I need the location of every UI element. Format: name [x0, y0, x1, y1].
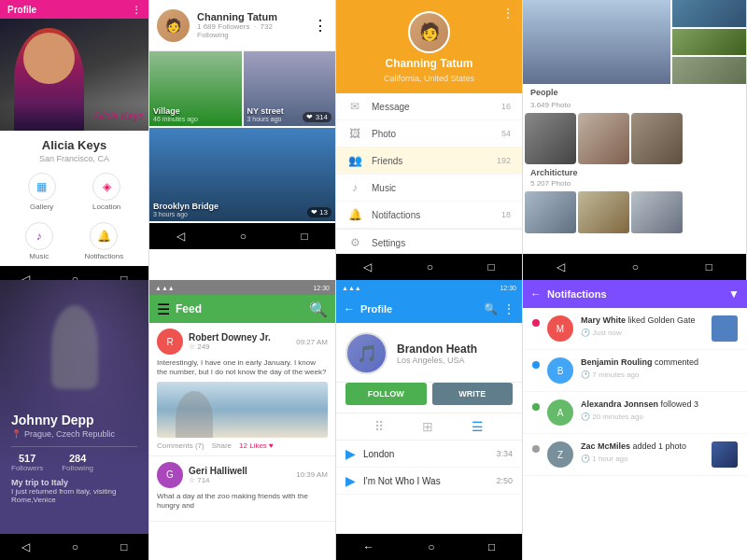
photo-icon: 🖼 [347, 127, 362, 140]
photo-brooklyn[interactable]: Brooklyn Bridge 3 hours ago ❤ 13 [149, 128, 335, 221]
channing-menu-header: 🧑 Channing Tatum California, United Stat… [336, 0, 522, 93]
thumb-3[interactable] [672, 57, 746, 84]
arch-thumb-2[interactable] [578, 191, 629, 233]
village-info: Village 46 minutes ago [153, 106, 198, 122]
channing-info: Channing Tatum 1 689 Followers · 732 Fol… [197, 11, 305, 39]
home-nav-btn-5[interactable]: ○ [427, 260, 433, 273]
more-icon[interactable]: ⋮ [132, 5, 141, 15]
location-label: Location [92, 203, 120, 211]
overview-nav-btn[interactable]: □ [120, 273, 127, 280]
post-header-geri: G Geri Halliwell ☆ 714 10:39 AM [157, 462, 328, 488]
back-icon-6[interactable]: ← [344, 302, 355, 315]
menu-item-message[interactable]: ✉ Message 16 [336, 93, 522, 120]
photo-village[interactable]: Village 46 minutes ago [149, 51, 242, 126]
home-nav-btn-2[interactable]: ○ [72, 540, 78, 553]
profile-title: Profile [7, 5, 36, 15]
music-label: Music [29, 252, 49, 260]
notif-time-alexandra: 🕐 20 minutes ago [581, 413, 738, 421]
music-button[interactable]: ♪ Music [25, 222, 53, 260]
gallery-button[interactable]: ▦ Gallery [28, 173, 56, 211]
notif-time-zac: 🕐 1 hour ago [581, 455, 704, 463]
home-nav-btn[interactable]: ○ [72, 273, 78, 280]
back-nav-btn[interactable]: ◁ [21, 273, 30, 280]
profile-hero: Alicia Keys [0, 19, 148, 131]
person-thumb-2[interactable] [578, 113, 629, 164]
channing-avatar: 🧑 [157, 9, 190, 42]
song-duration-london: 3:34 [496, 449, 513, 458]
home-nav-btn-3[interactable]: ○ [240, 230, 247, 243]
arch-count: 5 207 Photo [523, 179, 746, 191]
arch-thumb-1[interactable] [525, 191, 576, 233]
menu-item-music[interactable]: ♪ Music [336, 175, 522, 202]
search-icon-6[interactable]: 🔍 [484, 302, 498, 315]
thumb-1[interactable] [672, 0, 746, 27]
notif-text-benjamin: Benjamin Rouling commented [581, 357, 738, 369]
menu-item-friends[interactable]: 👥 Friends 192 [336, 147, 522, 175]
menu-item-photo[interactable]: 🖼 Photo 54 [336, 120, 522, 147]
back-nav-btn-2[interactable]: ◁ [21, 540, 30, 553]
channing-stats: 1 689 Followers · 732 Following [197, 22, 305, 39]
profile-silhouette [14, 28, 84, 131]
notif-item-alexandra: A Alexandra Jonnsen followed 3 🕐 20 minu… [523, 392, 747, 434]
overview-nav-btn-2[interactable]: □ [120, 540, 127, 553]
overview-nav-btn-6[interactable]: □ [488, 540, 495, 553]
nystreet-info: NY street 3 hours ago [247, 106, 284, 122]
menu-item-notifications[interactable]: 🔔 Notifactions 18 [336, 202, 522, 229]
filter-icon[interactable]: ▼ [728, 287, 740, 301]
share-button[interactable]: Share [212, 441, 232, 450]
robert-time: 09:27 AM [296, 338, 328, 346]
more-icon-5[interactable]: ⋮ [501, 6, 514, 21]
nystreet-likes: ❤ 314 [303, 112, 331, 122]
write-button[interactable]: WRITE [432, 383, 514, 405]
grid-view-icon[interactable]: ⠿ [374, 419, 384, 434]
back-nav-btn-5[interactable]: ◁ [363, 260, 372, 273]
search-icon[interactable]: 🔍 [309, 301, 328, 318]
overview-nav-btn-3[interactable]: □ [302, 230, 308, 243]
location-button[interactable]: ◈ Location [92, 173, 120, 211]
home-nav-btn-6[interactable]: ○ [428, 540, 434, 553]
detail-view-icon[interactable]: ☰ [472, 419, 484, 434]
more-icon-3[interactable]: ⋮ [313, 17, 328, 35]
overview-nav-btn-5[interactable]: □ [488, 260, 495, 273]
arch-thumb-3[interactable] [631, 191, 683, 233]
photo-nystreet[interactable]: NY street 3 hours ago ❤ 314 [244, 51, 336, 126]
status-bar-brandon: ▲▲▲ 12:30 [336, 280, 522, 295]
notif-dot-mary [532, 319, 540, 327]
person-thumb-1[interactable] [525, 113, 576, 164]
comments-button[interactable]: Comments (7) [157, 441, 204, 450]
thumb-2[interactable] [672, 29, 746, 56]
music-menu-icon: ♪ [347, 181, 362, 194]
arch-section-label: Architicture [523, 164, 746, 179]
back-nav-btn-3[interactable]: ◁ [176, 230, 185, 243]
column-2: 🧑 Channing Tatum 1 689 Followers · 732 F… [149, 0, 336, 560]
settings-menu-item[interactable]: ⚙ Settings [336, 229, 522, 256]
back-icon-8[interactable]: ← [530, 287, 542, 301]
notif-count: 18 [501, 210, 511, 219]
notif-title: Notifactions [547, 288, 723, 300]
followers-label: Followers [11, 464, 43, 472]
menu-list: ✉ Message 16 🖼 Photo 54 👥 Friends 192 ♪ … [336, 93, 522, 229]
people-section-label: People [523, 84, 746, 101]
follow-button[interactable]: FOLLOW [345, 383, 427, 405]
likes-button[interactable]: 12 Likes ♥ [239, 441, 274, 450]
song-item-notwhoi[interactable]: ▶ I'm Not Who I Was 2:50 [336, 468, 522, 495]
screen-channing-photos: 🧑 Channing Tatum 1 689 Followers · 732 F… [149, 0, 336, 280]
overview-nav-btn-7[interactable]: □ [706, 260, 712, 273]
hamburger-icon[interactable]: ☰ [157, 301, 170, 318]
channing-menu-location: California, United States [384, 74, 474, 83]
brandon-title: Profile [360, 303, 478, 315]
person-thumb-3[interactable] [631, 113, 683, 164]
back-nav-btn-6[interactable]: ← [363, 540, 374, 553]
notifications-button[interactable]: 🔔 Notifactions [84, 222, 123, 260]
more-icon-6[interactable]: ⋮ [503, 302, 514, 315]
song-item-london[interactable]: ▶ London 3:34 [336, 441, 522, 468]
notif-text-alexandra: Alexandra Jonnsen followed 3 [581, 399, 738, 411]
screen-johnny-depp: ▲▲ 🔋 12:30 Profile ⋮ Johnny Depp 📍 Pragu… [0, 280, 149, 560]
home-nav-btn-7[interactable]: ○ [632, 260, 639, 273]
back-nav-btn-7[interactable]: ◁ [557, 260, 565, 273]
nav-bar-screen1: ◁ ○ □ [0, 266, 148, 280]
notif-dot-benjamin [532, 361, 540, 369]
channing-menu-avatar: 🧑 [408, 11, 450, 53]
list-view-icon[interactable]: ⊞ [422, 419, 433, 434]
main-photo[interactable] [523, 0, 670, 84]
